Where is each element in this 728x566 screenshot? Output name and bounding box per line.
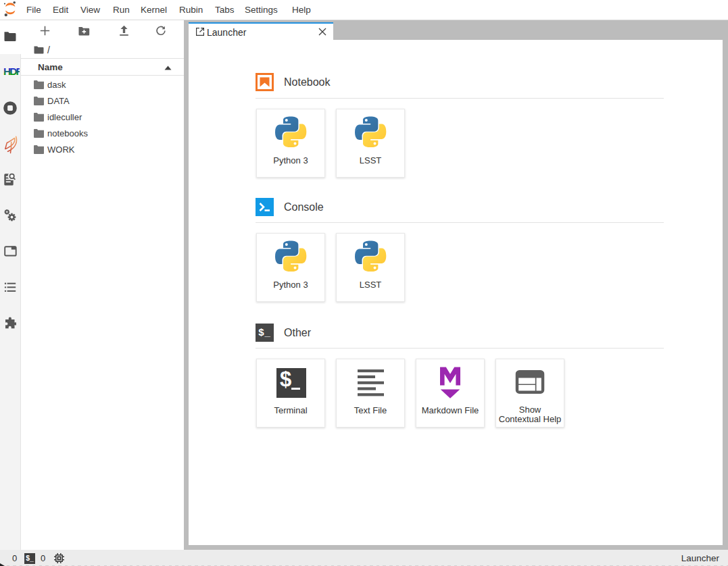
- svg-text:HDF: HDF: [3, 66, 20, 77]
